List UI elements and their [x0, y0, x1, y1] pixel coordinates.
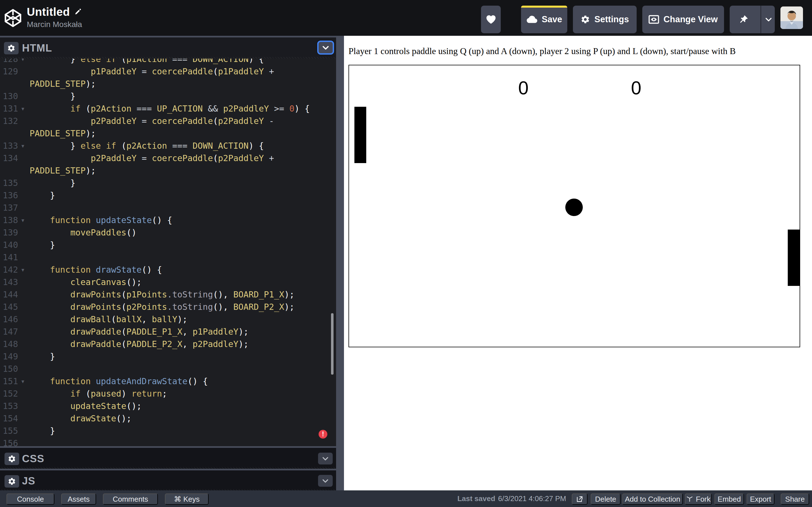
line-number: 148 [0, 338, 18, 350]
last-saved-time: 6/3/2021 4:06:27 PM [498, 494, 566, 503]
assets-button[interactable]: Assets [61, 494, 96, 505]
error-badge[interactable]: ! [319, 430, 327, 439]
code-line-text: updateState(); [30, 400, 142, 412]
avatar-photo [780, 6, 803, 29]
line-number: 130 [0, 90, 18, 103]
line-number: 129 [0, 65, 18, 78]
gear-icon [8, 455, 16, 463]
fold-arrow-icon[interactable]: ▾ [18, 264, 27, 276]
settings-button[interactable]: Settings [573, 6, 637, 33]
code-line-text: } [30, 239, 55, 251]
line-number: 150 [0, 363, 18, 375]
code-row: 155 } [0, 425, 336, 437]
code-row: 142▾ function drawState() { [0, 264, 336, 276]
code-row: 132 p2PaddleY = coercePaddle(p2PaddleY - [0, 115, 336, 127]
css-settings-button[interactable] [4, 453, 19, 465]
line-number: 133 [0, 140, 18, 152]
pen-author[interactable]: Marcin Moskała [27, 20, 82, 29]
line-number: 152 [0, 388, 18, 400]
code-line-text: PADDLE_STEP); [30, 165, 96, 177]
editor-scrollbar-thumb[interactable] [331, 313, 334, 375]
code-row: 139 movePaddles() [0, 226, 336, 239]
line-number: 134 [0, 152, 18, 165]
keys-button[interactable]: ⌘ Keys [165, 494, 209, 505]
add-to-collection-button[interactable]: Add to Collection [622, 494, 683, 505]
comments-button[interactable]: Comments [103, 494, 158, 505]
html-panel-header[interactable]: HTML [0, 38, 336, 59]
code-row: 135 } [0, 177, 336, 189]
cloud-icon [526, 15, 538, 23]
code-row: 143 clearCanvas(); [0, 276, 336, 288]
code-line-text: drawPoints(p1Points.toString(), BOARD_P1… [30, 288, 294, 301]
code-row: 130 } [0, 90, 336, 103]
code-row: 144 drawPoints(p1Points.toString(), BOAR… [0, 288, 336, 301]
code-line-text: } else if (p1Action === DOWN_ACTION) { [30, 59, 264, 65]
html-collapse-button[interactable] [317, 41, 334, 55]
code-row: 151▾ function updateAndDrawState() { [0, 375, 336, 388]
code-row: 138▾ function updateState() { [0, 214, 336, 226]
html-panel-title: HTML [22, 42, 52, 54]
user-avatar[interactable] [780, 6, 803, 29]
line-number: 141 [0, 251, 18, 264]
fold-arrow-icon[interactable]: ▾ [18, 140, 27, 152]
chevron-down-icon [764, 15, 773, 24]
line-number: 149 [0, 350, 18, 363]
line-number: 136 [0, 189, 18, 202]
code-line-text: if (paused) return; [30, 388, 167, 400]
line-number: 154 [0, 412, 18, 425]
code-row: 141 [0, 251, 336, 264]
js-settings-button[interactable] [4, 475, 19, 488]
line-number: 145 [0, 301, 18, 313]
fold-arrow-icon[interactable]: ▾ [18, 59, 27, 65]
line-number: 155 [0, 425, 18, 437]
pen-title[interactable]: Untitled [27, 6, 82, 18]
gear-icon [8, 477, 16, 486]
pin-dropdown-button[interactable] [762, 15, 775, 24]
fold-arrow-icon[interactable]: ▾ [18, 375, 27, 388]
save-button[interactable]: Save [521, 6, 567, 33]
export-button[interactable]: Export [747, 494, 774, 505]
editors-column: HTML 128▾ } else if (p1Action === DOWN_A… [0, 36, 336, 490]
css-expand-button[interactable] [318, 453, 333, 464]
line-number: 144 [0, 288, 18, 301]
fold-arrow-icon[interactable]: ▾ [18, 103, 27, 115]
code-row: PADDLE_STEP); [0, 127, 336, 140]
editor-preview-resizer[interactable] [336, 36, 344, 490]
pin-button[interactable] [730, 15, 758, 24]
fork-button[interactable]: Fork [685, 494, 712, 505]
code-row: 156 [0, 437, 336, 446]
game-ball [565, 199, 583, 216]
player2-paddle [788, 230, 800, 286]
line-number: 139 [0, 226, 18, 239]
code-row: 150 [0, 363, 336, 375]
share-button[interactable]: Share [781, 494, 809, 505]
code-line-text: p2PaddleY = coercePaddle(p2PaddleY + [30, 152, 274, 165]
like-button[interactable] [481, 6, 501, 33]
codepen-logo-icon[interactable] [4, 9, 22, 27]
code-row: 149 } [0, 350, 336, 363]
line-number: 153 [0, 400, 18, 412]
change-view-button[interactable]: Change View [642, 6, 724, 33]
code-editor[interactable]: 128▾ } else if (p1Action === DOWN_ACTION… [0, 59, 336, 446]
fork-icon [686, 496, 693, 503]
panel-css: CSS [0, 448, 336, 469]
open-debug-button[interactable] [572, 494, 588, 505]
html-settings-button[interactable] [4, 42, 18, 54]
line-number: 132 [0, 115, 18, 127]
code-line-text: function updateState() { [30, 214, 172, 226]
edit-title-icon[interactable] [74, 6, 82, 14]
code-row: 137 [0, 202, 336, 214]
embed-button[interactable]: Embed [714, 494, 744, 505]
pin-split-button [730, 6, 775, 33]
fold-arrow-icon[interactable]: ▾ [18, 214, 27, 226]
settings-label: Settings [594, 14, 629, 24]
error-badge-text: ! [322, 431, 324, 438]
code-row: 134 p2PaddleY = coercePaddle(p2PaddleY + [0, 152, 336, 165]
js-expand-button[interactable] [318, 475, 333, 487]
delete-button[interactable]: Delete [591, 494, 620, 505]
game-canvas: 0 0 [349, 65, 800, 347]
code-row: 129 p1PaddleY = coercePaddle(p1PaddleY + [0, 65, 336, 78]
console-button[interactable]: Console [6, 494, 54, 505]
code-row: 153 updateState(); [0, 400, 336, 412]
code-row: 145 drawPoints(p2Points.toString(), BOAR… [0, 301, 336, 313]
